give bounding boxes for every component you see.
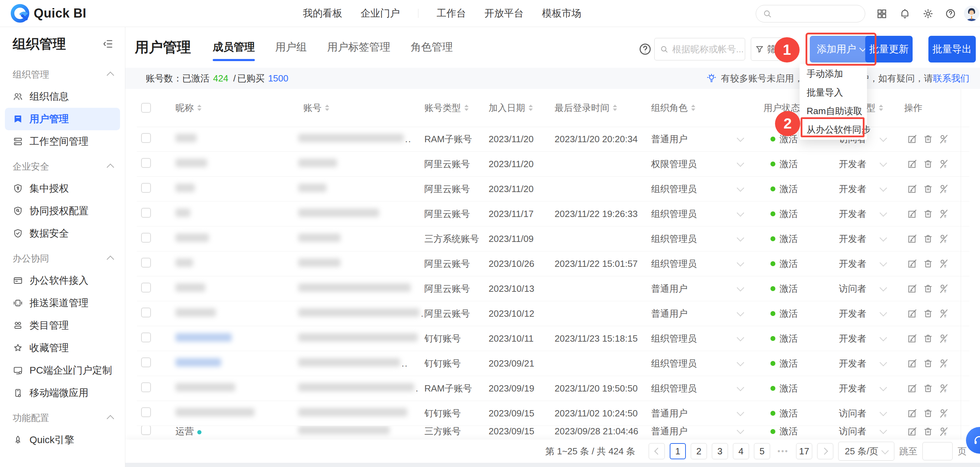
row-checkbox[interactable] xyxy=(141,426,151,435)
sort-icon[interactable] xyxy=(613,105,617,111)
sidebar-item-workspace[interactable]: 工作空间管理 xyxy=(0,130,125,153)
delete-icon[interactable] xyxy=(923,159,933,169)
sidebar-item-category[interactable]: 类目管理 xyxy=(0,314,125,337)
edit-icon[interactable] xyxy=(907,234,918,244)
delete-icon[interactable] xyxy=(923,183,933,194)
disable-user-icon[interactable]: ff xyxy=(939,258,949,269)
sidebar-item-star[interactable]: 收藏管理 xyxy=(0,337,125,359)
delete-icon[interactable] xyxy=(923,426,933,437)
chevron-down-icon[interactable] xyxy=(880,134,887,142)
page-button-2[interactable]: 2 xyxy=(691,443,707,459)
edit-icon[interactable] xyxy=(907,183,918,194)
disable-user-icon[interactable]: ff xyxy=(939,284,949,294)
bulk-update-button[interactable]: 批量更新 xyxy=(865,36,913,62)
sort-icon[interactable] xyxy=(197,105,202,111)
chevron-down-icon[interactable] xyxy=(880,209,887,216)
dropdown-item[interactable]: 批量导入 xyxy=(800,83,867,102)
row-checkbox[interactable] xyxy=(141,283,151,292)
dropdown-item[interactable]: 手动添加 xyxy=(800,65,867,83)
sidebar-item-user-mgmt[interactable]: 用户管理 xyxy=(5,108,120,130)
disable-user-icon[interactable]: ff xyxy=(939,234,949,244)
row-checkbox[interactable] xyxy=(141,258,151,268)
delete-icon[interactable] xyxy=(923,408,933,419)
row-checkbox[interactable] xyxy=(141,158,151,168)
sidebar-item-shield-key[interactable]: 集中授权 xyxy=(0,177,125,200)
chevron-down-icon[interactable] xyxy=(880,309,887,316)
row-checkbox[interactable] xyxy=(141,308,151,317)
add-user-button[interactable]: 添加用户 xyxy=(810,36,872,62)
disable-user-icon[interactable]: ff xyxy=(939,383,949,394)
apps-grid-icon[interactable] xyxy=(876,8,887,19)
sidebar-item-org-info[interactable]: 组织信息 xyxy=(0,85,125,108)
edit-icon[interactable] xyxy=(907,408,918,419)
row-checkbox[interactable] xyxy=(141,208,151,218)
select-all-checkbox[interactable] xyxy=(141,103,151,113)
bell-icon[interactable] xyxy=(899,8,910,19)
bulk-export-button[interactable]: 批量导出 xyxy=(928,36,976,62)
member-search[interactable] xyxy=(654,38,745,61)
delete-icon[interactable] xyxy=(923,134,933,144)
delete-icon[interactable] xyxy=(923,209,933,219)
sidebar-group-label[interactable]: 组织管理 xyxy=(0,64,125,85)
row-checkbox[interactable] xyxy=(141,333,151,342)
dropdown-item[interactable]: Ram自助读取 xyxy=(800,102,867,120)
chevron-down-icon[interactable] xyxy=(880,234,887,241)
disable-user-icon[interactable]: ff xyxy=(939,134,949,144)
disable-user-icon[interactable]: ff xyxy=(939,426,949,437)
chevron-down-icon[interactable] xyxy=(737,259,744,266)
topnav-item[interactable]: 模板市场 xyxy=(542,7,581,20)
filter-button[interactable]: 筛选 xyxy=(751,38,789,61)
prev-page-button[interactable] xyxy=(649,443,665,459)
next-page-button[interactable] xyxy=(817,443,833,459)
sidebar-group-label[interactable]: 企业安全 xyxy=(0,156,125,177)
topnav-item[interactable]: 开放平台 xyxy=(484,7,524,20)
disable-user-icon[interactable]: ff xyxy=(939,183,949,194)
user-avatar[interactable] xyxy=(964,6,979,21)
chevron-down-icon[interactable] xyxy=(737,359,744,366)
chevron-down-icon[interactable] xyxy=(737,159,744,166)
sort-icon[interactable] xyxy=(325,105,329,111)
sidebar-item-pc[interactable]: PC端企业门户定制 xyxy=(0,359,125,382)
dropdown-item[interactable]: 从办公软件同步 xyxy=(800,120,867,139)
sidebar-group-label[interactable]: 功能配置 xyxy=(0,407,125,429)
chevron-down-icon[interactable] xyxy=(737,333,744,341)
edit-icon[interactable] xyxy=(907,358,918,369)
row-checkbox[interactable] xyxy=(141,183,151,193)
edit-icon[interactable] xyxy=(907,333,918,344)
chevron-down-icon[interactable] xyxy=(737,383,744,391)
sidebar-item-mobile[interactable]: 移动端微应用 xyxy=(0,382,125,404)
page-button-1[interactable]: 1 xyxy=(670,443,686,459)
row-checkbox[interactable] xyxy=(141,383,151,392)
sort-icon[interactable] xyxy=(879,105,883,111)
member-search-input[interactable] xyxy=(671,43,745,55)
chevron-down-icon[interactable] xyxy=(737,309,744,316)
row-checkbox[interactable] xyxy=(141,133,151,143)
chevron-down-icon[interactable] xyxy=(880,427,887,434)
global-search-input[interactable] xyxy=(772,8,865,19)
help-icon[interactable] xyxy=(945,8,956,19)
edit-icon[interactable] xyxy=(907,258,918,269)
sidebar-item-shield-search[interactable]: 协同授权配置 xyxy=(0,200,125,222)
chevron-down-icon[interactable] xyxy=(880,383,887,391)
delete-icon[interactable] xyxy=(923,383,933,394)
sidebar-item-shield-check[interactable]: 数据安全 xyxy=(0,222,125,245)
page-button-3[interactable]: 3 xyxy=(712,443,728,459)
sidebar-item-card[interactable]: 办公软件接入 xyxy=(0,269,125,292)
edit-icon[interactable] xyxy=(907,308,918,319)
topnav-item[interactable]: 我的看板 xyxy=(303,7,342,20)
disable-user-icon[interactable]: ff xyxy=(939,358,949,369)
jump-to-page-input[interactable] xyxy=(923,442,953,460)
sidebar-collapse-icon[interactable] xyxy=(102,38,114,49)
delete-icon[interactable] xyxy=(923,258,933,269)
page-button-17[interactable]: 17 xyxy=(796,443,812,459)
chevron-down-icon[interactable] xyxy=(880,333,887,341)
disable-user-icon[interactable]: ff xyxy=(939,209,949,219)
global-search[interactable] xyxy=(756,5,865,22)
chevron-down-icon[interactable] xyxy=(737,408,744,416)
gear-icon[interactable] xyxy=(923,8,934,19)
edit-icon[interactable] xyxy=(907,209,918,219)
disable-user-icon[interactable]: ff xyxy=(939,159,949,169)
delete-icon[interactable] xyxy=(923,358,933,369)
chevron-down-icon[interactable] xyxy=(880,284,887,291)
edit-icon[interactable] xyxy=(907,134,918,144)
